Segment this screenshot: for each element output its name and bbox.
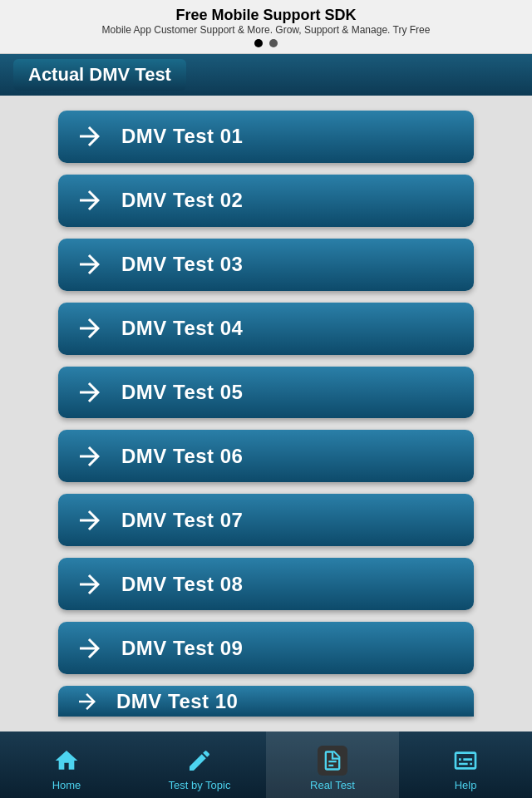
test-btn-8[interactable]: DMV Test 08 [58, 558, 474, 610]
ad-title: Free Mobile Support SDK [175, 7, 356, 24]
test-btn-9[interactable]: DMV Test 09 [58, 622, 474, 674]
ad-dots [254, 39, 278, 47]
test-btn-2[interactable]: DMV Test 02 [58, 175, 474, 227]
test-label-2: DMV Test 02 [121, 189, 243, 212]
test-by-topic-icon [185, 746, 214, 776]
test-btn-5[interactable]: DMV Test 05 [58, 367, 474, 419]
test-label-9: DMV Test 09 [121, 637, 243, 660]
test-btn-3[interactable]: DMV Test 03 [58, 239, 474, 291]
header: Actual DMV Test [0, 54, 532, 96]
test-btn-6[interactable]: DMV Test 06 [58, 430, 474, 482]
test-label-1: DMV Test 01 [121, 125, 243, 148]
page-title: Actual DMV Test [13, 59, 186, 91]
test-btn-1[interactable]: DMV Test 01 [58, 111, 474, 163]
test-label-4: DMV Test 04 [121, 317, 243, 340]
real-test-icon [318, 746, 347, 776]
nav-label-home: Home [52, 779, 81, 791]
nav-label-help: Help [455, 779, 477, 791]
test-label-3: DMV Test 03 [121, 253, 243, 276]
nav-item-real-test[interactable]: Real Test [266, 732, 399, 798]
test-btn-10-partial[interactable]: DMV Test 10 [58, 686, 474, 717]
ad-banner[interactable]: Free Mobile Support SDK Mobile App Custo… [0, 0, 532, 54]
home-icon [52, 746, 81, 776]
help-icon [451, 746, 480, 776]
nav-item-help[interactable]: Help [399, 732, 532, 798]
test-label-7: DMV Test 07 [121, 509, 243, 532]
test-label-5: DMV Test 05 [121, 381, 243, 404]
nav-label-real-test: Real Test [310, 779, 355, 791]
test-btn-4[interactable]: DMV Test 04 [58, 303, 474, 355]
ad-subtitle: Mobile App Customer Support & More. Grow… [102, 24, 431, 36]
ad-dot-2 [269, 39, 278, 47]
nav-item-test-by-topic[interactable]: Test by Topic [133, 732, 266, 798]
test-list: DMV Test 01DMV Test 02DMV Test 03DMV Tes… [0, 96, 532, 732]
test-label-8: DMV Test 08 [121, 573, 243, 596]
nav-label-test-by-topic: Test by Topic [169, 779, 231, 791]
test-label-6: DMV Test 06 [121, 445, 243, 468]
test-label-10-partial: DMV Test 10 [116, 690, 238, 713]
bottom-nav: Home Test by Topic Real Test Help [0, 732, 532, 798]
ad-dot-1 [254, 39, 263, 47]
nav-item-home[interactable]: Home [0, 732, 133, 798]
test-btn-7[interactable]: DMV Test 07 [58, 494, 474, 546]
